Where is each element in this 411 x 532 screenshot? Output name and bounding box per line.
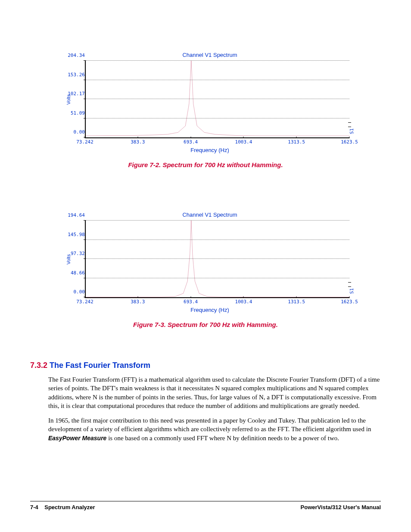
plot-area: 0.00 51.09 102.17 153.26 204.34 S1 bbox=[85, 61, 349, 138]
figure-caption: Figure 7-3. Spectrum for 700 Hz with Ham… bbox=[30, 321, 381, 328]
body-paragraph: The Fast Fourier Transform (FFT) is a ma… bbox=[48, 375, 381, 410]
x-tick: 1623.5 bbox=[341, 299, 358, 305]
figure-caption: Figure 7-2. Spectrum for 700 Hz without … bbox=[30, 161, 381, 168]
y-tick: 102.17 bbox=[66, 91, 85, 96]
software-name: EasyPower Measure bbox=[48, 435, 106, 442]
footer-right: PowerVista/312 User's Manual bbox=[301, 504, 381, 510]
x-tick: 73.242 bbox=[76, 299, 93, 305]
y-tick: 48.66 bbox=[66, 270, 85, 275]
y-tick: 97.32 bbox=[66, 251, 85, 256]
x-tick: 1623.5 bbox=[341, 139, 358, 145]
y-tick: 0.00 bbox=[66, 129, 85, 135]
plot-area: 0.00 48.66 97.32 145.98 194.64 S1 bbox=[85, 221, 349, 298]
y-tick: 51.09 bbox=[66, 110, 85, 115]
body-paragraph: In 1965, the first major contribution to… bbox=[48, 416, 381, 442]
page-number: 7-4 bbox=[30, 504, 38, 510]
figure-7-2: Channel V1 Spectrum Volts 0.00 51.09 102… bbox=[59, 52, 352, 153]
x-tick: 693.4 bbox=[184, 299, 198, 305]
y-tick: 153.26 bbox=[66, 72, 85, 77]
text-run: In 1965, the first major contribution to… bbox=[48, 417, 371, 432]
section-title: The Fast Fourier Transform bbox=[50, 361, 150, 370]
chart-plot: Volts 0.00 51.09 102.17 153.26 204.34 S1 bbox=[85, 61, 349, 138]
x-tick: 383.3 bbox=[131, 139, 145, 145]
chart-title: Channel V1 Spectrum bbox=[68, 52, 352, 58]
section-number: 7.3.2 bbox=[30, 361, 47, 370]
x-tick: 1003.4 bbox=[235, 139, 252, 145]
y-tick: 145.98 bbox=[66, 231, 85, 237]
y-tick: 0.00 bbox=[66, 289, 85, 295]
footer-left: 7-4 Spectrum Analyzer bbox=[30, 504, 95, 510]
x-tick: 1313.5 bbox=[288, 139, 305, 145]
x-tick: 693.4 bbox=[184, 139, 198, 145]
spectrum-curve bbox=[86, 221, 349, 297]
text-run: is one based on a commonly used FFT wher… bbox=[106, 435, 339, 442]
spectrum-curve bbox=[86, 61, 349, 137]
x-tick: 383.3 bbox=[131, 299, 145, 305]
y-tick: 194.64 bbox=[66, 212, 85, 218]
x-ticks: 73.242 383.3 693.4 1003.4 1313.5 1623.5 bbox=[85, 138, 349, 145]
legend-s1: S1 bbox=[349, 288, 355, 294]
legend-s1: S1 bbox=[349, 128, 355, 134]
section-heading: 7.3.2 The Fast Fourier Transform bbox=[30, 361, 381, 370]
chart-plot: Volts 0.00 48.66 97.32 145.98 194.64 S1 bbox=[85, 221, 349, 298]
y-tick: 204.34 bbox=[66, 53, 85, 58]
x-tick: 73.242 bbox=[76, 139, 93, 145]
figure-7-3: Channel V1 Spectrum Volts 0.00 48.66 97.… bbox=[59, 212, 352, 313]
x-axis-label: Frequency (Hz) bbox=[68, 307, 352, 313]
x-tick: 1003.4 bbox=[235, 299, 252, 305]
x-tick: 1313.5 bbox=[288, 299, 305, 305]
x-ticks: 73.242 383.3 693.4 1003.4 1313.5 1623.5 bbox=[85, 298, 349, 305]
chapter-title: Spectrum Analyzer bbox=[44, 504, 95, 510]
x-axis-label: Frequency (Hz) bbox=[68, 147, 352, 153]
page-footer: 7-4 Spectrum Analyzer PowerVista/312 Use… bbox=[30, 501, 381, 510]
chart-title: Channel V1 Spectrum bbox=[68, 212, 352, 218]
